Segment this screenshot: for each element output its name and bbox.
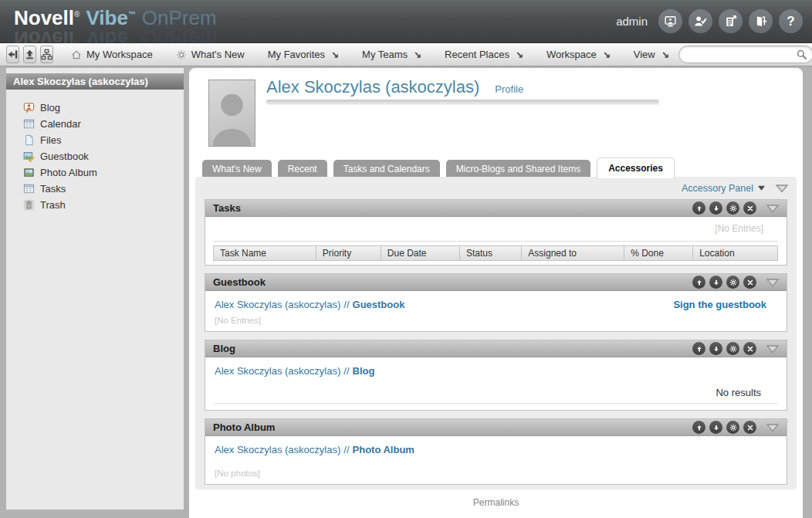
help-button[interactable]: ? — [779, 9, 803, 33]
permalinks-link[interactable]: Permalinks — [189, 497, 803, 508]
breadcrumb-blog-link[interactable]: Blog — [353, 365, 375, 377]
search-input[interactable] — [678, 46, 812, 63]
settings-button[interactable] — [726, 276, 739, 289]
gear-icon — [729, 345, 737, 353]
tab-micro-blogs-shared-items[interactable]: Micro-Blogs and Shared Items — [446, 160, 590, 178]
photo-album-icon — [23, 167, 35, 178]
close-icon — [746, 205, 754, 212]
close-panel-button[interactable] — [743, 276, 756, 289]
accessory-panel-menu[interactable]: Accessory Panel — [682, 183, 766, 194]
sign-out-button[interactable] — [749, 9, 773, 33]
tasks-icon — [23, 183, 35, 195]
up-level-button[interactable] — [23, 46, 36, 63]
collapse-panel-icon[interactable] — [766, 278, 780, 287]
panel-body: Alex Skoczylas (askoczylas)//Photo Album… — [205, 436, 787, 484]
title-underline-bar — [266, 100, 659, 105]
sidebar-item-blog[interactable]: Blog — [23, 100, 184, 116]
move-up-button[interactable] — [692, 201, 705, 215]
collapse-panel-icon[interactable] — [766, 423, 780, 432]
breadcrumb: Alex Skoczylas (askoczylas)//Guestbook — [215, 299, 404, 310]
move-down-button[interactable] — [709, 421, 722, 434]
column-header-percent-done[interactable]: % Done — [624, 246, 693, 260]
dropdown-arrow-icon — [661, 51, 669, 59]
column-header-task-name[interactable]: Task Name — [214, 246, 316, 260]
logged-in-username: admin — [616, 15, 648, 28]
profile-button[interactable] — [689, 9, 712, 33]
breadcrumb-workspace-link[interactable]: Alex Skoczylas (askoczylas) — [215, 299, 340, 310]
gear-icon — [729, 205, 737, 212]
search-icon[interactable] — [796, 49, 807, 60]
breadcrumb-workspace-link[interactable]: Alex Skoczylas (askoczylas) — [215, 444, 340, 455]
sidebar-item-guestbook[interactable]: Guestbook — [23, 148, 184, 164]
panel-header: Tasks — [205, 200, 787, 217]
settings-button[interactable] — [726, 201, 739, 215]
guestbook-icon — [23, 151, 35, 162]
sidebar-item-tasks[interactable]: Tasks — [23, 181, 184, 197]
close-panel-button[interactable] — [743, 342, 756, 355]
column-header-status[interactable]: Status — [460, 246, 522, 260]
close-panel-button[interactable] — [743, 421, 756, 434]
move-up-button[interactable] — [692, 276, 705, 289]
column-header-priority[interactable]: Priority — [316, 246, 381, 260]
menu-workspace[interactable]: Workspace — [537, 43, 620, 66]
accessory-panel-label: Accessory Panel — [682, 183, 753, 194]
move-up-button[interactable] — [692, 342, 705, 355]
move-down-button[interactable] — [709, 276, 722, 289]
close-icon — [746, 345, 754, 353]
sidebar-item-photo-album[interactable]: Photo Album — [23, 164, 184, 181]
settings-button[interactable] — [726, 421, 739, 434]
avatar[interactable] — [208, 80, 255, 147]
sidebar-item-label: Trash — [40, 199, 66, 211]
menu-whats-new[interactable]: What's New — [167, 43, 254, 66]
trademark-mark: ™ — [128, 10, 136, 19]
sidebar-item-files[interactable]: Files — [23, 132, 184, 148]
search-area — [678, 45, 812, 64]
collapse-sidebar-button[interactable] — [6, 46, 19, 63]
divider — [215, 403, 777, 404]
menu-my-workspace[interactable]: My Workspace — [62, 43, 162, 66]
empty-state-text: [No Entries] — [215, 316, 261, 325]
settings-button[interactable] — [726, 342, 739, 355]
breadcrumb-guestbook-link[interactable]: Guestbook — [353, 299, 405, 310]
top-bar: Novell®Vibe™OnPrem Novell®Vibe™OnPrem ad… — [0, 0, 812, 43]
tab-tasks-and-calendars[interactable]: Tasks and Calendars — [333, 160, 440, 178]
arrow-up-icon — [695, 279, 703, 286]
reports-button[interactable] — [719, 9, 743, 33]
sidebar-item-calendar[interactable]: Calendar — [23, 116, 184, 132]
menu-view[interactable]: View — [624, 43, 678, 66]
tab-whats-new[interactable]: What's New — [202, 160, 272, 178]
breadcrumb-workspace-link[interactable]: Alex Skoczylas (askoczylas) — [215, 365, 340, 377]
menu-my-favorites[interactable]: My Favorites — [259, 43, 348, 66]
menu-label: My Teams — [362, 49, 408, 60]
profile-link[interactable]: Profile — [495, 83, 523, 95]
close-panel-button[interactable] — [743, 201, 756, 215]
upload-arrow-icon — [24, 49, 36, 60]
sidebar-workspace-title[interactable]: Alex Skoczylas (askoczylas) — [6, 73, 184, 90]
tab-accessories[interactable]: Accessories — [597, 157, 675, 178]
move-down-button[interactable] — [709, 342, 722, 355]
desktop-app-button[interactable] — [658, 9, 682, 33]
accessory-panel-row: Accessory Panel — [195, 177, 797, 199]
close-icon — [746, 424, 754, 432]
empty-state-text: [No Entries] — [715, 223, 763, 234]
collapse-panel-icon[interactable] — [766, 344, 780, 354]
move-down-button[interactable] — [709, 201, 722, 215]
menu-my-teams[interactable]: My Teams — [353, 43, 431, 66]
column-header-assigned-to[interactable]: Assigned to — [522, 246, 624, 260]
workspace-tree-button[interactable] — [40, 46, 53, 63]
tab-recent[interactable]: Recent — [278, 160, 327, 178]
sidebar-item-trash[interactable]: Trash — [23, 197, 184, 213]
menu-recent-places[interactable]: Recent Places — [435, 43, 533, 66]
column-header-location[interactable]: Location — [693, 246, 777, 260]
collapse-panel-icon[interactable] — [766, 204, 780, 213]
column-header-due-date[interactable]: Due Date — [381, 246, 460, 260]
breadcrumb: Alex Skoczylas (askoczylas)//Photo Album — [215, 444, 414, 455]
sign-guestbook-link[interactable]: Sign the guestbook — [673, 299, 766, 310]
registered-mark: ® — [74, 10, 80, 19]
collapse-section-icon[interactable] — [775, 184, 789, 193]
dock-left-icon — [7, 49, 19, 60]
breadcrumb-photo-album-link[interactable]: Photo Album — [353, 444, 414, 455]
accessory-panel-tasks: Tasks [No Entries] Task Name Priority Du… — [205, 199, 787, 266]
no-results-text: No results — [716, 387, 761, 398]
move-up-button[interactable] — [692, 421, 705, 434]
